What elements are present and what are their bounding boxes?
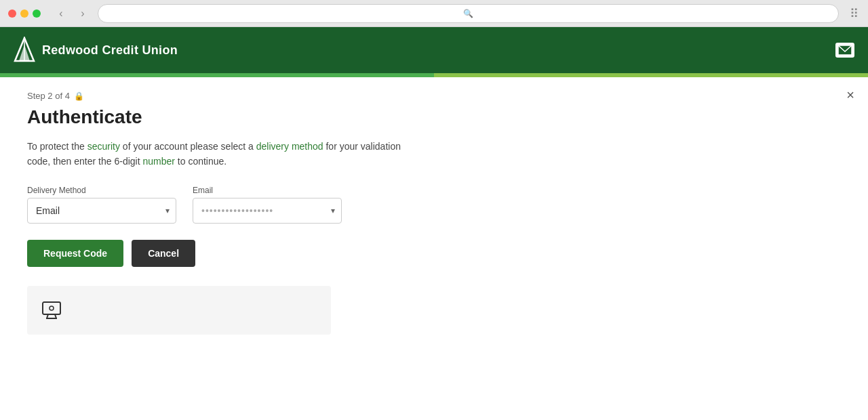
forward-button[interactable]: ›: [73, 4, 92, 23]
delivery-method-select-wrapper: Email SMS Phone ▾: [27, 198, 176, 224]
close-button[interactable]: ×: [846, 88, 854, 102]
lock-icon: 🔒: [74, 91, 84, 101]
request-code-button[interactable]: Request Code: [27, 240, 123, 267]
buttons-row: Request Code Cancel: [27, 240, 841, 267]
computer-icon: [41, 299, 62, 321]
info-box: [27, 286, 331, 335]
step-label: Step 2 of 4: [27, 91, 70, 101]
close-traffic-light[interactable]: [8, 9, 16, 18]
page-content: × Step 2 of 4 🔒 Authenticate To protect …: [0, 77, 868, 420]
logo-text: Redwood Credit Union: [42, 43, 178, 58]
delivery-method-label: Delivery Method: [27, 186, 176, 195]
email-label: Email: [193, 186, 342, 195]
page-description: To protect the security of your account …: [27, 139, 420, 169]
delivery-method-group: Delivery Method Email SMS Phone ▾: [27, 186, 176, 224]
traffic-lights: [8, 9, 41, 18]
nav-buttons: ‹ ›: [52, 4, 92, 23]
email-select[interactable]: ••••••••••••••••••: [193, 198, 342, 224]
header-right: [835, 43, 854, 58]
browser-content: Redwood Credit Union × Step 2 of 4 🔒 Aut…: [0, 27, 868, 420]
form-row: Delivery Method Email SMS Phone ▾ Email …: [27, 186, 841, 224]
logo-area: Redwood Credit Union: [14, 37, 178, 64]
fullscreen-traffic-light[interactable]: [33, 9, 41, 18]
address-bar[interactable]: 🔍: [98, 4, 839, 23]
logo-icon: [14, 37, 35, 64]
cancel-button[interactable]: Cancel: [132, 240, 195, 267]
back-button[interactable]: ‹: [52, 4, 71, 23]
browser-chrome: ‹ › 🔍 ⠿: [0, 0, 868, 27]
message-icon[interactable]: [835, 43, 854, 58]
minimize-traffic-light[interactable]: [20, 9, 28, 18]
search-icon: 🔍: [463, 9, 473, 18]
number-link[interactable]: number: [142, 156, 174, 167]
delivery-method-link[interactable]: delivery method: [256, 141, 323, 152]
step-indicator: Step 2 of 4 🔒: [27, 91, 841, 101]
monitor-icon: [41, 301, 62, 320]
svg-rect-4: [43, 302, 60, 314]
site-header: Redwood Credit Union: [0, 27, 868, 73]
email-group: Email •••••••••••••••••• ▾: [193, 186, 342, 224]
security-link[interactable]: security: [87, 141, 120, 152]
page-title: Authenticate: [27, 106, 841, 128]
toolbar-menu-icon: ⠿: [850, 6, 860, 21]
delivery-method-select[interactable]: Email SMS Phone: [27, 198, 176, 224]
svg-point-8: [50, 306, 54, 310]
envelope-icon: [837, 45, 852, 56]
toolbar-right: ⠿: [850, 6, 860, 21]
email-select-wrapper: •••••••••••••••••• ▾: [193, 198, 342, 224]
